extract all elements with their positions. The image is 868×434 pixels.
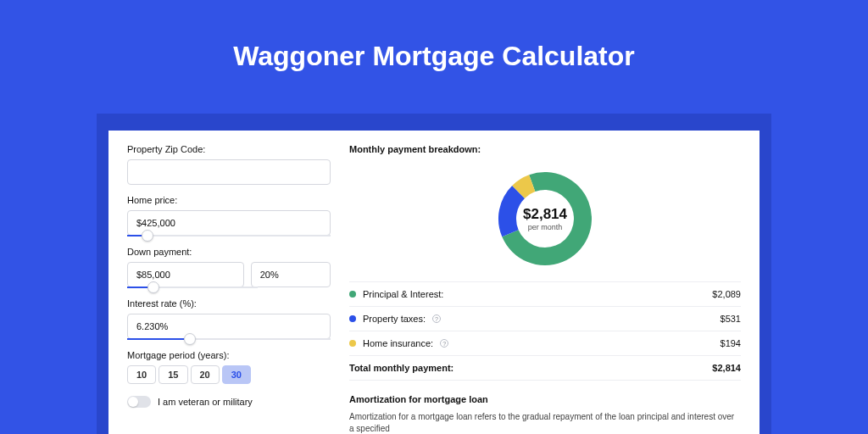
interest-slider-thumb[interactable] bbox=[184, 333, 196, 345]
interest-slider[interactable] bbox=[127, 338, 331, 340]
dot-icon bbox=[349, 340, 356, 347]
home-price-input[interactable] bbox=[127, 210, 331, 236]
form-panel: Property Zip Code: Home price: Down paym… bbox=[127, 141, 331, 434]
donut-amount: $2,814 bbox=[523, 206, 567, 223]
legend-label: Principal & Interest: bbox=[363, 289, 443, 299]
veteran-toggle[interactable] bbox=[127, 396, 151, 408]
zip-label: Property Zip Code: bbox=[127, 144, 331, 154]
legend-value: $194 bbox=[721, 338, 741, 348]
down-payment-slider-thumb[interactable] bbox=[147, 281, 159, 293]
calculator-card: Property Zip Code: Home price: Down paym… bbox=[108, 131, 760, 434]
donut-sublabel: per month bbox=[528, 223, 563, 231]
home-price-slider-thumb[interactable] bbox=[142, 230, 153, 242]
down-payment-percent-input[interactable] bbox=[251, 262, 331, 287]
legend-value: $531 bbox=[721, 314, 741, 324]
donut-chart: $2,814 per month bbox=[494, 168, 596, 270]
donut-container: $2,814 per month bbox=[349, 154, 741, 281]
period-option-10[interactable]: 10 bbox=[127, 365, 156, 384]
amortization-title: Amortization for mortgage loan bbox=[349, 394, 741, 404]
legend-row-ins: Home insurance: ? $194 bbox=[349, 331, 741, 355]
legend-row-pi: Principal & Interest: $2,089 bbox=[349, 281, 741, 306]
interest-label: Interest rate (%): bbox=[127, 298, 331, 309]
page-title: Waggoner Mortgage Calculator bbox=[0, 0, 868, 96]
legend-row-total: Total monthly payment: $2,814 bbox=[349, 355, 741, 381]
info-icon[interactable]: ? bbox=[432, 314, 441, 323]
legend-label: Property taxes: bbox=[363, 314, 426, 324]
period-group: 10152030 bbox=[127, 365, 331, 384]
down-payment-amount-input[interactable] bbox=[127, 262, 244, 287]
interest-input[interactable] bbox=[127, 314, 331, 339]
veteran-toggle-knob bbox=[128, 397, 138, 407]
period-option-30[interactable]: 30 bbox=[222, 365, 251, 384]
period-option-15[interactable]: 15 bbox=[159, 365, 187, 384]
home-price-slider[interactable] bbox=[127, 235, 331, 236]
down-payment-label: Down payment: bbox=[127, 247, 331, 257]
veteran-label: I am veteran or military bbox=[158, 397, 253, 407]
home-price-label: Home price: bbox=[127, 195, 331, 205]
breakdown-panel: Monthly payment breakdown: $2,814 per mo… bbox=[349, 141, 741, 434]
legend-value: $2,089 bbox=[712, 289, 741, 299]
total-value: $2,814 bbox=[712, 363, 741, 373]
legend-row-tax: Property taxes: ? $531 bbox=[349, 306, 741, 331]
dot-icon bbox=[349, 315, 356, 322]
interest-slider-fill bbox=[127, 338, 190, 340]
breakdown-title: Monthly payment breakdown: bbox=[349, 144, 741, 154]
period-option-20[interactable]: 20 bbox=[191, 365, 220, 384]
period-label: Mortgage period (years): bbox=[127, 350, 331, 360]
info-icon[interactable]: ? bbox=[440, 339, 448, 348]
dot-icon bbox=[349, 291, 356, 298]
down-payment-slider[interactable] bbox=[127, 287, 258, 288]
legend-label: Home insurance: bbox=[363, 338, 433, 348]
zip-input[interactable] bbox=[127, 159, 331, 185]
amortization-body: Amortization for a mortgage loan refers … bbox=[349, 411, 741, 434]
total-label: Total monthly payment: bbox=[349, 363, 453, 373]
